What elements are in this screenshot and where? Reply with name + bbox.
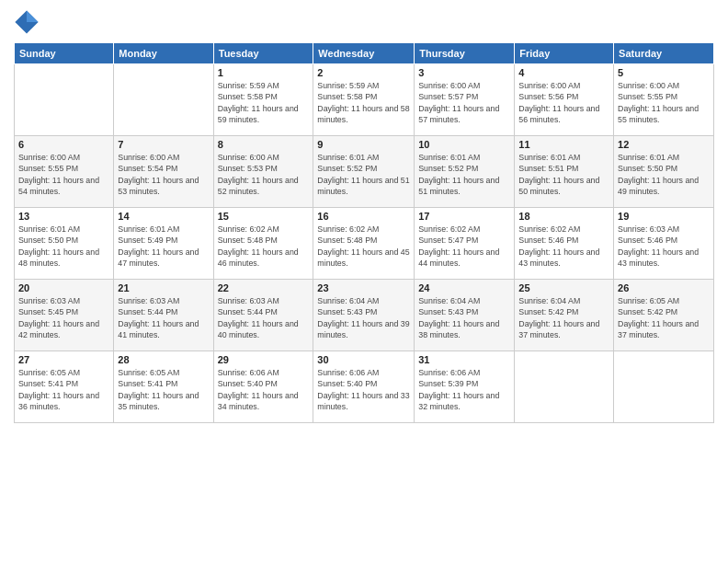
calendar-cell: 12Sunrise: 6:01 AMSunset: 5:50 PMDayligh… xyxy=(614,136,714,208)
calendar-cell: 28Sunrise: 6:05 AMSunset: 5:41 PMDayligh… xyxy=(114,351,213,423)
day-number: 11 xyxy=(518,139,609,150)
day-info: Sunrise: 6:04 AMSunset: 5:42 PMDaylight:… xyxy=(518,295,609,340)
day-info: Sunrise: 6:05 AMSunset: 5:41 PMDaylight:… xyxy=(18,367,109,412)
day-number: 2 xyxy=(317,67,410,78)
weekday-header-thursday: Thursday xyxy=(415,43,515,64)
calendar-cell: 24Sunrise: 6:04 AMSunset: 5:43 PMDayligh… xyxy=(415,280,515,351)
day-info: Sunrise: 5:59 AMSunset: 5:58 PMDaylight:… xyxy=(218,80,310,125)
calendar-cell xyxy=(515,351,614,423)
day-info: Sunrise: 6:01 AMSunset: 5:50 PMDaylight:… xyxy=(18,224,109,269)
calendar-cell: 10Sunrise: 6:01 AMSunset: 5:52 PMDayligh… xyxy=(415,136,515,208)
day-number: 25 xyxy=(518,282,609,293)
calendar-cell: 7Sunrise: 6:00 AMSunset: 5:54 PMDaylight… xyxy=(114,136,213,208)
day-info: Sunrise: 6:02 AMSunset: 5:48 PMDaylight:… xyxy=(317,224,410,269)
day-number: 17 xyxy=(418,211,510,222)
day-info: Sunrise: 6:00 AMSunset: 5:54 PMDaylight:… xyxy=(118,152,209,197)
day-number: 12 xyxy=(618,139,710,150)
day-number: 21 xyxy=(118,282,209,293)
weekday-header-row: SundayMondayTuesdayWednesdayThursdayFrid… xyxy=(15,43,714,64)
day-info: Sunrise: 6:04 AMSunset: 5:43 PMDaylight:… xyxy=(317,295,410,340)
calendar-cell xyxy=(114,64,213,136)
day-info: Sunrise: 6:01 AMSunset: 5:51 PMDaylight:… xyxy=(518,152,609,197)
day-info: Sunrise: 6:06 AMSunset: 5:40 PMDaylight:… xyxy=(218,367,310,412)
day-number: 29 xyxy=(218,354,310,365)
day-info: Sunrise: 6:05 AMSunset: 5:41 PMDaylight:… xyxy=(118,367,209,412)
day-info: Sunrise: 6:06 AMSunset: 5:40 PMDaylight:… xyxy=(317,367,410,412)
day-number: 18 xyxy=(518,211,609,222)
calendar-cell: 8Sunrise: 6:00 AMSunset: 5:53 PMDaylight… xyxy=(213,136,313,208)
logo xyxy=(14,9,41,35)
day-info: Sunrise: 6:00 AMSunset: 5:53 PMDaylight:… xyxy=(218,152,310,197)
calendar-cell: 14Sunrise: 6:01 AMSunset: 5:49 PMDayligh… xyxy=(114,208,213,280)
day-number: 13 xyxy=(18,211,109,222)
calendar-cell: 3Sunrise: 6:00 AMSunset: 5:57 PMDaylight… xyxy=(415,64,515,136)
day-number: 6 xyxy=(18,139,109,150)
day-number: 4 xyxy=(518,67,609,78)
calendar-cell: 17Sunrise: 6:02 AMSunset: 5:47 PMDayligh… xyxy=(415,208,515,280)
weekday-header-monday: Monday xyxy=(114,43,213,64)
calendar-cell xyxy=(15,64,114,136)
day-number: 30 xyxy=(317,354,410,365)
calendar-cell: 2Sunrise: 5:59 AMSunset: 5:58 PMDaylight… xyxy=(313,64,415,136)
weekday-header-wednesday: Wednesday xyxy=(313,43,415,64)
day-number: 3 xyxy=(418,67,510,78)
calendar-cell: 15Sunrise: 6:02 AMSunset: 5:48 PMDayligh… xyxy=(213,208,313,280)
day-info: Sunrise: 6:00 AMSunset: 5:55 PMDaylight:… xyxy=(18,152,109,197)
calendar-cell: 29Sunrise: 6:06 AMSunset: 5:40 PMDayligh… xyxy=(213,351,313,423)
calendar-cell: 5Sunrise: 6:00 AMSunset: 5:55 PMDaylight… xyxy=(614,64,714,136)
calendar-week-row-5: 27Sunrise: 6:05 AMSunset: 5:41 PMDayligh… xyxy=(15,351,714,423)
calendar-table: SundayMondayTuesdayWednesdayThursdayFrid… xyxy=(14,42,714,423)
day-info: Sunrise: 6:01 AMSunset: 5:49 PMDaylight:… xyxy=(118,224,209,269)
day-number: 15 xyxy=(218,211,310,222)
day-info: Sunrise: 6:01 AMSunset: 5:52 PMDaylight:… xyxy=(317,152,410,197)
day-info: Sunrise: 6:06 AMSunset: 5:39 PMDaylight:… xyxy=(418,367,510,412)
weekday-header-saturday: Saturday xyxy=(614,43,714,64)
day-info: Sunrise: 6:03 AMSunset: 5:44 PMDaylight:… xyxy=(118,295,209,340)
logo-icon xyxy=(14,9,40,35)
day-number: 9 xyxy=(317,139,410,150)
day-info: Sunrise: 6:03 AMSunset: 5:46 PMDaylight:… xyxy=(618,224,710,269)
day-number: 22 xyxy=(218,282,310,293)
day-info: Sunrise: 6:01 AMSunset: 5:52 PMDaylight:… xyxy=(418,152,510,197)
calendar-cell: 6Sunrise: 6:00 AMSunset: 5:55 PMDaylight… xyxy=(15,136,114,208)
calendar-cell: 26Sunrise: 6:05 AMSunset: 5:42 PMDayligh… xyxy=(614,280,714,351)
day-number: 23 xyxy=(317,282,410,293)
calendar-cell: 31Sunrise: 6:06 AMSunset: 5:39 PMDayligh… xyxy=(415,351,515,423)
weekday-header-tuesday: Tuesday xyxy=(213,43,313,64)
day-info: Sunrise: 6:01 AMSunset: 5:50 PMDaylight:… xyxy=(618,152,710,197)
day-info: Sunrise: 5:59 AMSunset: 5:58 PMDaylight:… xyxy=(317,80,410,125)
calendar-week-row-1: 1Sunrise: 5:59 AMSunset: 5:58 PMDaylight… xyxy=(15,64,714,136)
calendar-cell: 1Sunrise: 5:59 AMSunset: 5:58 PMDaylight… xyxy=(213,64,313,136)
day-info: Sunrise: 6:00 AMSunset: 5:56 PMDaylight:… xyxy=(518,80,609,125)
day-info: Sunrise: 6:02 AMSunset: 5:46 PMDaylight:… xyxy=(518,224,609,269)
day-number: 5 xyxy=(618,67,710,78)
calendar-cell: 30Sunrise: 6:06 AMSunset: 5:40 PMDayligh… xyxy=(313,351,415,423)
day-number: 16 xyxy=(317,211,410,222)
calendar-cell: 16Sunrise: 6:02 AMSunset: 5:48 PMDayligh… xyxy=(313,208,415,280)
day-info: Sunrise: 6:03 AMSunset: 5:45 PMDaylight:… xyxy=(18,295,109,340)
page: SundayMondayTuesdayWednesdayThursdayFrid… xyxy=(0,0,728,563)
calendar-cell: 23Sunrise: 6:04 AMSunset: 5:43 PMDayligh… xyxy=(313,280,415,351)
weekday-header-friday: Friday xyxy=(515,43,614,64)
day-number: 1 xyxy=(218,67,310,78)
day-number: 20 xyxy=(18,282,109,293)
calendar-week-row-3: 13Sunrise: 6:01 AMSunset: 5:50 PMDayligh… xyxy=(15,208,714,280)
calendar-week-row-2: 6Sunrise: 6:00 AMSunset: 5:55 PMDaylight… xyxy=(15,136,714,208)
day-info: Sunrise: 6:02 AMSunset: 5:48 PMDaylight:… xyxy=(218,224,310,269)
calendar-cell: 20Sunrise: 6:03 AMSunset: 5:45 PMDayligh… xyxy=(15,280,114,351)
day-number: 28 xyxy=(118,354,209,365)
day-number: 10 xyxy=(418,139,510,150)
calendar-cell: 11Sunrise: 6:01 AMSunset: 5:51 PMDayligh… xyxy=(515,136,614,208)
day-number: 27 xyxy=(18,354,109,365)
calendar-cell: 27Sunrise: 6:05 AMSunset: 5:41 PMDayligh… xyxy=(15,351,114,423)
calendar-cell: 21Sunrise: 6:03 AMSunset: 5:44 PMDayligh… xyxy=(114,280,213,351)
svg-marker-1 xyxy=(27,10,39,22)
header xyxy=(14,9,714,35)
calendar-cell: 22Sunrise: 6:03 AMSunset: 5:44 PMDayligh… xyxy=(213,280,313,351)
calendar-cell: 19Sunrise: 6:03 AMSunset: 5:46 PMDayligh… xyxy=(614,208,714,280)
day-number: 7 xyxy=(118,139,209,150)
day-info: Sunrise: 6:05 AMSunset: 5:42 PMDaylight:… xyxy=(618,295,710,340)
day-info: Sunrise: 6:00 AMSunset: 5:55 PMDaylight:… xyxy=(618,80,710,125)
day-info: Sunrise: 6:02 AMSunset: 5:47 PMDaylight:… xyxy=(418,224,510,269)
day-number: 19 xyxy=(618,211,710,222)
